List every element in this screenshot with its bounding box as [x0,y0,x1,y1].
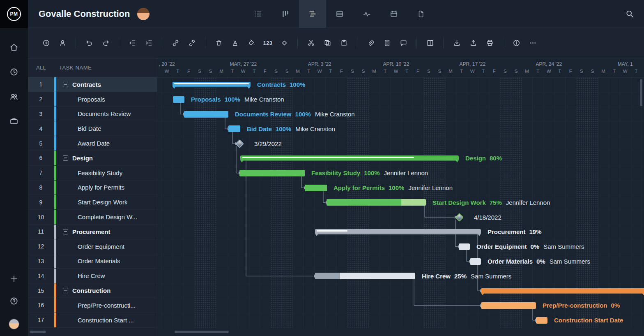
table-header: ALL TASK NAME [28,58,157,77]
task-name-cell: Bid Date [78,121,101,136]
collapse-icon[interactable] [63,288,68,293]
task-bar[interactable] [470,258,481,265]
bar-label: Bid Date100%Mike Cranston [247,125,335,133]
sidebar-item-portfolio[interactable] [9,117,18,126]
table-hscrollbar-thumb[interactable] [30,331,46,333]
week-label: APR, 17 '22 [459,61,485,67]
tab-list-view[interactable] [245,0,272,28]
table-row[interactable]: 1Contracts [28,77,157,92]
bar-task-name: Feasibility Study [311,169,360,176]
collapse-icon[interactable] [63,229,68,234]
task-bar[interactable] [184,111,228,118]
row-number: 4 [28,121,54,136]
tab-activity-view[interactable] [353,0,380,28]
tab-gantt-view[interactable] [299,0,326,28]
text-color-button[interactable] [227,35,243,51]
redo-button[interactable] [97,35,114,51]
table-row[interactable]: 7Feasibility Study [28,166,157,181]
outdent-button[interactable] [124,35,140,51]
summary-bar[interactable] [315,229,481,234]
tab-doc-view[interactable] [407,0,435,28]
sidebar-item-help[interactable] [9,297,18,306]
search-button[interactable] [626,9,634,18]
numbers-button[interactable]: 123 [260,35,276,51]
import-button[interactable] [448,35,465,51]
task-bar[interactable] [315,273,415,279]
task-rows: 1Contracts2Proposals3Documents Review4Bi… [28,77,157,328]
table-row[interactable]: 9Start Design Work [28,195,157,210]
copy-button[interactable] [319,35,336,51]
table-row[interactable]: 14Hire Crew [28,269,157,283]
task-bar[interactable] [536,317,547,324]
task-bar[interactable] [173,96,184,103]
info-button[interactable] [508,35,524,51]
table-row[interactable]: 11Procurement [28,225,157,239]
summary-bar[interactable] [240,155,459,161]
attachment-button[interactable] [362,35,379,51]
export-button[interactable] [465,35,481,51]
gantt-vscrollbar-thumb[interactable] [640,79,642,106]
task-bar[interactable] [228,125,240,132]
task-bar[interactable] [481,302,536,309]
columns-button[interactable] [422,35,438,51]
table-row[interactable]: 12Order Equipment [28,239,157,254]
milestone-diamond[interactable] [455,213,463,221]
fill-color-button[interactable] [243,35,260,51]
comment-button[interactable] [395,35,412,51]
sidebar-item-add[interactable] [9,274,18,283]
table-row[interactable]: 2Proposals [28,92,157,107]
table-row[interactable]: 17Construction Start ... [28,313,157,328]
more-button[interactable] [524,35,541,51]
tab-calendar-view[interactable] [380,0,407,28]
milestone-button[interactable] [276,35,292,51]
tab-board-view[interactable] [272,0,299,28]
column-header-task-name[interactable]: TASK NAME [59,65,92,71]
project-owner-avatar[interactable] [137,8,150,20]
sidebar-item-team[interactable] [9,92,18,101]
bar-task-name: Contracts [257,81,286,88]
table-row[interactable]: 3Documents Review [28,107,157,122]
table-row[interactable]: 5Award Date [28,136,157,151]
cut-button[interactable] [303,35,319,51]
gantt-hscrollbar-thumb[interactable] [175,331,229,333]
summary-bar[interactable] [172,82,251,87]
summary-bar[interactable] [481,288,644,294]
task-name-cell: Start Design Work [78,195,127,209]
print-button[interactable] [481,35,498,51]
assign-user-button[interactable] [54,35,71,51]
sidebar-item-home[interactable] [9,43,18,52]
day-label: S [427,69,430,74]
table-row[interactable]: 8Apply for Permits [28,181,157,195]
table-row[interactable]: 4Bid Date [28,121,157,136]
undo-button[interactable] [81,35,97,51]
link-tasks-button[interactable] [167,35,184,51]
task-bar[interactable] [327,199,426,206]
table-row[interactable]: 13Order Materials [28,254,157,269]
indent-button[interactable] [140,35,157,51]
collapse-icon[interactable] [63,155,68,161]
column-header-all[interactable]: ALL [28,65,54,71]
table-row[interactable]: 16Prep/Pre-constructi... [28,298,157,313]
table-row[interactable]: 10Complete Design W... [28,210,157,225]
bar-assignee: Jennifer Lennon [384,169,428,176]
bar-label: Feasibility Study100%Jennifer Lennon [311,169,428,177]
table-row[interactable]: 15Construction [28,283,157,298]
paste-button[interactable] [336,35,352,51]
gantt-canvas[interactable]: Contracts100%Proposals100%Mike CranstonD… [157,77,644,328]
add-task-button[interactable] [38,35,54,51]
delete-button[interactable] [210,35,227,51]
table-row[interactable]: 6Design [28,151,157,166]
notes-button[interactable] [379,35,395,51]
task-bar[interactable] [459,243,470,250]
task-bar[interactable] [239,170,305,176]
milestone-diamond[interactable] [235,139,244,148]
task-name-label: Construction [72,287,110,294]
sidebar-item-clock[interactable] [9,67,18,76]
task-bar[interactable] [305,185,327,191]
collapse-icon[interactable] [63,82,68,87]
tab-sheet-view[interactable] [326,0,353,28]
pm-logo[interactable]: PM [0,0,28,28]
day-label: T [482,69,485,74]
unlink-tasks-button[interactable] [184,35,200,51]
user-avatar[interactable] [9,319,19,329]
